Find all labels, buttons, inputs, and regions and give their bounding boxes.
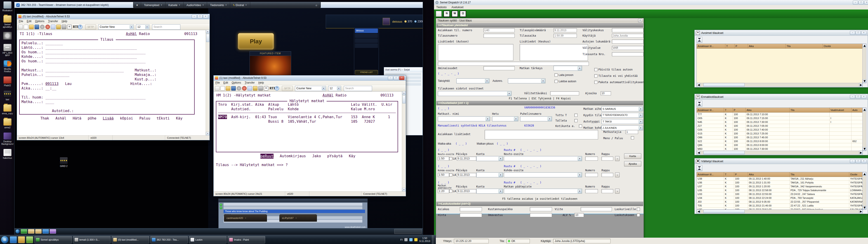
- minimize-button[interactable]: –: [192, 15, 197, 19]
- taksiyhtio-select[interactable]: [456, 79, 489, 83]
- telnet1-terminal[interactable]: TI 1(1) -Tilaus AsHäl Radio 091113 Tilau…: [17, 30, 206, 135]
- scroll-up-icon[interactable]: ▲: [863, 108, 866, 111]
- open-orders-icon[interactable]: N: [443, 11, 450, 17]
- fkey-kay[interactable]: Käy: [176, 116, 182, 121]
- scroll-right-icon[interactable]: ►: [859, 83, 863, 87]
- scroll-thumb[interactable]: [704, 83, 745, 87]
- print-icon[interactable]: [258, 86, 263, 91]
- remote-desktop-view[interactable]: ↗ ↗ deissus 370 2308 Play FEATURED ITEM …: [14, 8, 423, 234]
- ennakko-table[interactable]: Asiakkaan til... T P Aika Tila Vaatimuks…: [696, 108, 863, 151]
- maximize-button[interactable]: □: [856, 31, 861, 35]
- table-row[interactable]: Q86 K 100 09.11.2013 8:00:00 571 Uusikau…: [697, 143, 863, 147]
- desktop-icon[interactable]: Mozilla Firefox: [0, 60, 14, 73]
- rtl-icon[interactable]: RTL: [269, 86, 274, 91]
- new-order-icon[interactable]: [436, 11, 442, 17]
- avoimet-table[interactable]: Asiakkaan til... T P Aika Tila Osoite Ru…: [696, 43, 863, 83]
- scroll-down-icon[interactable]: ▼: [863, 206, 866, 209]
- print-icon[interactable]: [62, 25, 66, 29]
- minimize-button[interactable]: –: [850, 159, 855, 163]
- maximize-button[interactable]: □: [394, 76, 399, 80]
- menu-options[interactable]: Options: [35, 20, 44, 23]
- fkey-kopioi[interactable]: kOpioi: [120, 116, 133, 121]
- menu-katsele[interactable]: Katsele▼: [165, 2, 184, 8]
- line-settings-icon[interactable]: [264, 86, 268, 91]
- column-header[interactable]: T: [725, 44, 735, 48]
- filter-hourglass-button[interactable]: [696, 37, 702, 43]
- route3-expand-button[interactable]: ›: [615, 189, 620, 194]
- pakota-checkbox[interactable]: [594, 81, 597, 84]
- fkey-thak[interactable]: Thak: [40, 116, 49, 121]
- table-row[interactable]: O05 K 100 09.11.2013 7:15:00 I 733 Kanta…: [697, 116, 863, 120]
- column-header[interactable]: Aika: [748, 44, 786, 48]
- alv-input[interactable]: 10: [575, 213, 584, 217]
- laskutus-asiakas-input[interactable]: [460, 207, 482, 211]
- maximize-button[interactable]: □: [856, 95, 861, 99]
- remote-taskbar-button[interactable]: [42, 229, 49, 234]
- column-header[interactable]: Asiakkaan til...: [697, 44, 725, 48]
- tray-icon[interactable]: [414, 238, 417, 241]
- scroll-right-icon[interactable]: ►: [859, 151, 863, 155]
- close-button[interactable]: ×: [861, 95, 866, 99]
- scrollbar-vertical[interactable]: ▲▼: [862, 43, 866, 83]
- telnet1-titlebar[interactable]: (0) taxi (modified) - AbsoluteTelnet 9.5…: [17, 14, 210, 19]
- menu-transfer[interactable]: Transfer: [245, 81, 254, 84]
- route1-osoite-select[interactable]: [504, 156, 582, 161]
- hetu-select[interactable]: [492, 116, 518, 121]
- table-row[interactable]: T77 K 100 09.11.2013 7:10:00 550 Kalanti: [697, 113, 863, 116]
- copy-icon[interactable]: [248, 86, 252, 91]
- scrollbar-horizontal[interactable]: ◄►: [696, 209, 863, 213]
- route2-kunta-select[interactable]: [476, 172, 503, 177]
- desktop-icon[interactable]: Roskakori: [0, 1, 14, 12]
- close-button[interactable]: ×: [399, 76, 404, 80]
- semel-titlebar[interactable]: Semel Dispatch UI 2.6.17 – □ ×: [434, 0, 868, 5]
- column-header[interactable]: Tila: [789, 172, 849, 177]
- menu-edit[interactable]: Edit: [27, 20, 31, 23]
- tilauspvm-input[interactable]: 9.11.2013: [554, 28, 577, 32]
- friend-list-button[interactable]: FRIEND LIST: [355, 70, 378, 74]
- new-window-icon[interactable]: [24, 25, 28, 29]
- maximize-button[interactable]: □: [859, 1, 864, 4]
- close-button[interactable]: ×: [861, 31, 866, 35]
- table-row[interactable]: U36 K 100 09.11.2013 1:31:00 TAKSA , 161…: [697, 181, 863, 185]
- desktop-icon[interactable]: Desktop Background: [0, 132, 14, 145]
- window-titlebar[interactable]: N Avoimet tilaukset – □ ×: [694, 30, 868, 36]
- scroll-thumb[interactable]: [206, 34, 209, 42]
- chat-tab-2[interactable]: sLiPp3187×: [279, 214, 317, 222]
- asiakkaan-til-numero-input[interactable]: U40: [484, 28, 515, 32]
- maximize-button[interactable]: □: [197, 15, 203, 19]
- minimize-button[interactable]: –: [850, 95, 855, 99]
- paste-icon[interactable]: [253, 86, 257, 91]
- lukitse-autoon-checkbox[interactable]: [555, 80, 558, 83]
- rtl-icon[interactable]: RTL: [72, 25, 77, 29]
- new-connection-icon[interactable]: [215, 86, 219, 91]
- window-titlebar[interactable]: ⊡ Ennakkotilaukset – □ ×: [694, 94, 868, 100]
- scroll-down-icon[interactable]: ▼: [206, 132, 210, 135]
- order-notes-input[interactable]: [438, 62, 589, 66]
- route1-time-input[interactable]: 1:50: [438, 157, 449, 161]
- save-icon[interactable]: [231, 86, 236, 91]
- scroll-right-icon[interactable]: ►: [859, 210, 863, 213]
- tray-icon[interactable]: [404, 238, 408, 241]
- help-icon[interactable]: ?: [78, 25, 83, 29]
- laskutukseen-checkbox[interactable]: [637, 214, 640, 217]
- friend-entry[interactable]: [355, 38, 378, 43]
- close-button[interactable]: ×: [861, 159, 866, 163]
- desktop-icon[interactable]: hakemus: [0, 149, 14, 159]
- tuttu-checkbox[interactable]: [575, 114, 578, 117]
- font-select[interactable]: Courier New: [98, 24, 134, 30]
- scrollbar-horizontal[interactable]: ◄►: [696, 151, 863, 155]
- ei-yhdistaa-checkbox[interactable]: [594, 74, 597, 78]
- friend-entry[interactable]: [355, 43, 378, 48]
- menu-help[interactable]: Help: [258, 81, 264, 84]
- column-header[interactable]: Tila: [789, 108, 830, 112]
- column-header[interactable]: Osoite: [849, 172, 863, 177]
- table-row[interactable]: O86 K 100 09.11.2013 7:45:00 550 Kalanti: [697, 135, 863, 140]
- disconnect-icon[interactable]: [45, 25, 50, 29]
- ajoaika-input[interactable]: 10: [600, 91, 611, 95]
- help-icon[interactable]: ?: [275, 86, 279, 91]
- omavastuu-input[interactable]: [530, 213, 552, 217]
- column-header[interactable]: T: [724, 172, 734, 177]
- expand-plus-icon[interactable]: +: [220, 207, 222, 209]
- column-header[interactable]: Auto: [851, 108, 863, 112]
- session-settings-button[interactable]: ☼: [312, 2, 320, 8]
